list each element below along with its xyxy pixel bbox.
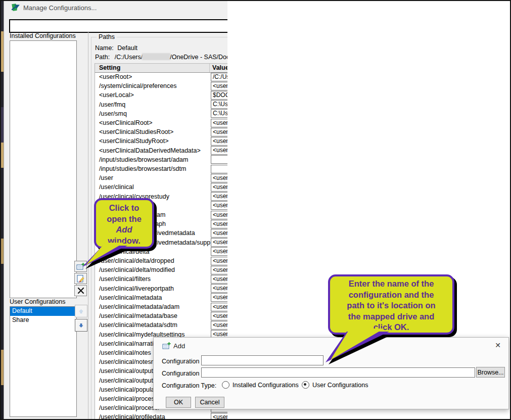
setting-cell: /input/studies/browsestart/sdtm xyxy=(99,165,186,172)
table-row[interactable]: /user/clinical/metadata/base<userClini xyxy=(95,311,227,320)
delete-configuration-button[interactable] xyxy=(74,285,87,296)
value-cell[interactable]: <userLocal xyxy=(211,284,227,293)
value-cell[interactable]: <userClini xyxy=(211,211,227,219)
table-row[interactable]: <userClinicalDataDerivedMetadata><userCl… xyxy=(95,146,227,155)
installed-configurations-radio[interactable]: Installed Configurations xyxy=(222,381,299,389)
value-cell[interactable]: <userClini xyxy=(211,201,227,210)
installed-configurations-list[interactable] xyxy=(10,40,77,298)
value-cell[interactable]: <userClini xyxy=(211,137,227,146)
callout-line: configuration and the xyxy=(330,290,452,301)
value-cell[interactable]: <userClini xyxy=(211,293,227,302)
value-cell[interactable]: <userRoot> xyxy=(211,119,227,127)
setting-column-header: Setting xyxy=(99,64,120,71)
table-row[interactable]: /user/clinical/filters<userLocal xyxy=(95,274,227,284)
value-cell[interactable]: <userClini xyxy=(211,312,227,320)
add-configuration-button[interactable] xyxy=(74,261,87,272)
add-icon xyxy=(76,262,85,271)
banner-box xyxy=(9,19,227,33)
value-cell[interactable]: <userClini xyxy=(211,266,227,274)
value-cell[interactable] xyxy=(211,155,227,164)
table-row[interactable]: /user/clinical/metadata/sdtm<userClini xyxy=(95,320,227,330)
value-cell[interactable]: <userRoot> xyxy=(211,174,227,182)
table-row[interactable]: /input/studies/browsestart/sdtm xyxy=(95,164,227,173)
edit-configuration-button[interactable] xyxy=(74,273,87,284)
radio-icon[interactable] xyxy=(302,381,309,389)
setting-cell: /user/clinical/output xyxy=(99,367,153,375)
list-item-default[interactable]: Default xyxy=(10,307,76,316)
setting-cell: <userClinicalStudyRoot> xyxy=(99,137,169,145)
paths-legend: Paths xyxy=(97,33,117,40)
user-configurations-radio[interactable]: User Configurations xyxy=(302,381,368,389)
cancel-button[interactable]: Cancel xyxy=(195,397,224,408)
value-cell[interactable]: <userLocal xyxy=(211,275,227,284)
setting-cell: <userLocal> xyxy=(99,91,134,99)
table-row[interactable]: /input/studies/browsestart/adam xyxy=(95,155,227,164)
value-cell[interactable]: <userClini xyxy=(211,183,227,192)
value-cell[interactable] xyxy=(211,165,227,173)
table-row[interactable]: /user/smqC:\Users\ xyxy=(95,109,227,118)
user-configurations-list[interactable]: DefaultShare xyxy=(10,306,77,417)
setting-cell: /user/fmq xyxy=(99,101,125,108)
config-name-line: Name: Default xyxy=(95,44,137,52)
table-row[interactable]: /user/clinical/profiledata<userClini xyxy=(95,412,227,420)
callout-enter-text: Enter the name of theconfiguration and t… xyxy=(330,278,452,333)
value-cell[interactable]: C:\Users\ xyxy=(211,100,227,109)
table-row[interactable]: /system/clinical/preferences<userRoot> xyxy=(95,81,227,90)
value-cell[interactable]: <userRoot> xyxy=(211,82,227,90)
table-row[interactable]: /user<userRoot> xyxy=(95,173,227,182)
value-cell[interactable]: C:\Users\ xyxy=(211,109,227,118)
configuration-path-input[interactable] xyxy=(201,367,475,378)
setting-cell: <userClinicalStudiesRoot> xyxy=(99,128,173,135)
table-row[interactable]: /user/clinical/delta/modified<userClini xyxy=(95,265,227,274)
value-cell[interactable]: <userClini xyxy=(211,238,227,247)
value-cell[interactable]: <userClini xyxy=(211,247,227,256)
table-row[interactable]: /user/clinical<userClini xyxy=(95,182,227,192)
setting-cell: /user/clinical/processi xyxy=(99,404,159,411)
value-cell[interactable]: <userClini xyxy=(211,257,227,265)
setting-cell: <userClinicalDataDerivedMetadata> xyxy=(99,147,201,154)
window-titlebar[interactable]: Manage Configurations... xyxy=(4,0,227,15)
table-row[interactable]: <userClinicalStudiesRoot><userClini xyxy=(95,127,227,136)
table-row[interactable]: /user/clinical/metadata/adam<userClini xyxy=(95,302,227,311)
add-dialog: Add ✕ Configuration Name: Configuration … xyxy=(153,337,509,409)
setting-cell: /user/clinical/metadata/base xyxy=(99,312,177,319)
move-down-button[interactable] xyxy=(75,319,87,332)
value-cell[interactable]: <userClini xyxy=(211,192,227,201)
list-item-share[interactable]: Share xyxy=(10,316,76,325)
table-row[interactable]: /user/clinical/delta/dropped<userClini xyxy=(95,256,227,265)
configuration-type-label: Configuration Type: xyxy=(162,382,216,389)
browse-button[interactable]: Browse... xyxy=(476,367,505,378)
value-cell[interactable]: <userClini xyxy=(211,128,227,136)
add-dialog-titlebar[interactable]: Add ✕ xyxy=(154,338,508,353)
value-cell[interactable]: <userClini xyxy=(211,303,227,311)
setting-cell: /system/clinical/preferences xyxy=(99,82,177,89)
setting-cell: <userClinicalRoot> xyxy=(99,119,153,126)
close-icon[interactable]: ✕ xyxy=(493,341,502,350)
setting-cell: /user/clinical/metadata/adam xyxy=(99,303,179,310)
radio-icon[interactable] xyxy=(222,381,229,389)
table-row[interactable]: /user/clinical/metadata<userClini xyxy=(95,293,227,302)
value-cell[interactable]: <userClini xyxy=(211,220,227,228)
value-cell[interactable]: <userClini xyxy=(211,146,227,155)
table-row[interactable]: <userLocal>$DOCUMENTS xyxy=(95,90,227,100)
value-cell[interactable]: $DOCUMENTS xyxy=(211,91,227,100)
ok-button[interactable]: OK xyxy=(166,397,191,408)
setting-cell: /user/clinical/outputn xyxy=(99,377,157,384)
table-row[interactable]: /user/fmqC:\Users\ xyxy=(95,100,227,109)
value-cell[interactable]: /C:/Users/ xyxy=(211,73,227,81)
radio-label: User Configurations xyxy=(312,382,368,389)
table-row[interactable]: <userClinicalStudyRoot><userClini xyxy=(95,136,227,146)
window-title: Manage Configurations... xyxy=(23,4,97,12)
setting-cell: /user/clinical/metadata xyxy=(99,294,162,301)
table-row[interactable]: /user/clinical/livereportpath<userLocal xyxy=(95,284,227,293)
configuration-name-input[interactable] xyxy=(201,355,323,365)
value-cell[interactable]: <userClini xyxy=(211,229,227,238)
table-row[interactable]: <userRoot>/C:/Users/ xyxy=(95,72,227,81)
edit-icon xyxy=(76,274,85,283)
move-up-button[interactable] xyxy=(75,305,87,317)
value-cell[interactable]: <userClini xyxy=(211,413,227,420)
value-cell[interactable]: <userClini xyxy=(211,321,227,330)
redacted-username xyxy=(143,54,170,60)
table-row[interactable]: <userClinicalRoot><userRoot> xyxy=(95,118,227,127)
path-suffix: /OneDrive - SAS/Documents xyxy=(170,54,227,61)
